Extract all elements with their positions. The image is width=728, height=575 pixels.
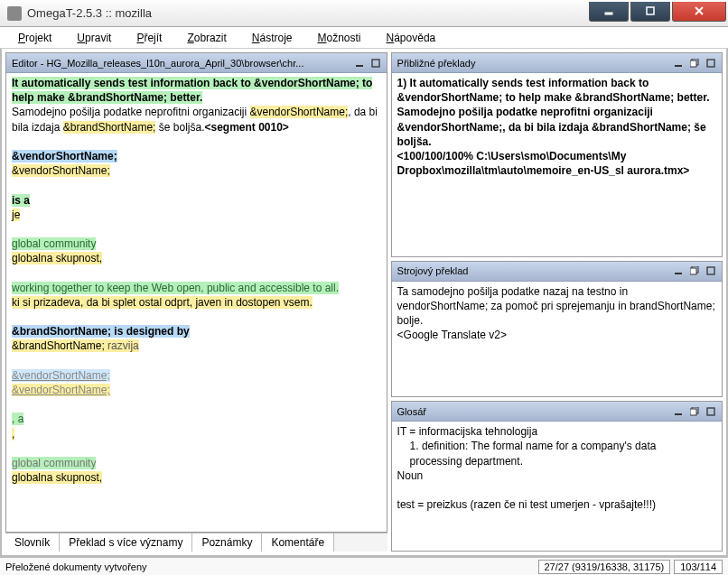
svg-rect-3 <box>372 60 379 67</box>
work-src: working together to keep the Web open, p… <box>12 282 339 294</box>
app-icon <box>7 6 22 21</box>
glossary-body[interactable]: IT = informacijska tehnologija 1. defini… <box>392 422 722 551</box>
menu-prejit[interactable]: Přejít <box>126 29 173 47</box>
var1-trg: &vendorShortName; <box>12 164 110 177</box>
gloss-l2b: processing department. <box>397 454 720 468</box>
window-controls <box>589 5 726 22</box>
status-bar: Přeložené dokumenty vytvořeny 27/27 (931… <box>0 557 728 575</box>
panel-minimize-icon[interactable] <box>352 56 367 70</box>
segment-tag: <segment 0010> <box>204 121 288 134</box>
svg-rect-2 <box>356 65 363 67</box>
var2-trg: &vendorShortName; <box>12 384 110 396</box>
panel-minimize-icon[interactable] <box>671 56 686 70</box>
tab-poznamky[interactable]: Poznámky <box>192 533 262 552</box>
fuzzy-trg: Samodejno pošilja podatke neprofitni org… <box>397 105 720 149</box>
menu-bar: Projekt Upravit Přejít Zobrazit Nástroje… <box>0 27 728 49</box>
tab-preklad-vice[interactable]: Překlad s více významy <box>60 533 192 552</box>
seg-source: It automatically sends test information … <box>12 77 372 104</box>
maximize-button[interactable] <box>630 2 670 22</box>
aux-column: Přibližné překlady 1) It automatically s… <box>391 52 723 552</box>
menu-upravit[interactable]: Upravit <box>66 29 122 47</box>
editor-title: Editor - HG_Mozilla_releases_l10n_aurora… <box>12 58 350 69</box>
comma-trg: , <box>12 428 14 441</box>
seg-target-e: še boljša. <box>155 121 204 134</box>
menu-zobrazit[interactable]: Zobrazit <box>176 29 237 47</box>
svg-rect-4 <box>675 65 682 67</box>
fuzzy-body[interactable]: 1) It automatically sends test informati… <box>392 73 722 256</box>
panel-maximize-icon[interactable] <box>704 56 718 70</box>
status-progress: 103/114 <box>674 560 723 574</box>
window-titlebar: OmegaT-2.5.3 :: mozilla <box>0 0 728 27</box>
seg-target-a: Samodejno pošilja podatke neprofitni org… <box>12 106 250 118</box>
tab-komentare[interactable]: Komentáře <box>262 533 334 552</box>
glossary-title: Glosář <box>397 406 669 417</box>
menu-projekt[interactable]: Projekt <box>7 29 62 47</box>
svg-rect-11 <box>707 267 714 274</box>
isa-trg: je <box>12 209 20 221</box>
panel-minimize-icon[interactable] <box>671 404 686 419</box>
glossary-panel: Glosář IT = informacijska tehnologija 1.… <box>391 401 723 552</box>
gc1-trg: globalna skupnost, <box>12 252 102 264</box>
panel-restore-icon[interactable] <box>687 264 702 278</box>
gloss-l3: Noun <box>397 468 720 483</box>
close-button[interactable] <box>672 2 726 22</box>
window-title: OmegaT-2.5.3 :: mozilla <box>27 6 589 20</box>
mt-text: Ta samodejno pošilja podatke nazaj na te… <box>397 284 720 329</box>
seg-target-d: &brandShortName; <box>63 121 156 134</box>
comma-src: , a <box>12 413 23 425</box>
seg-target-b: &vendorShortName; <box>250 106 349 118</box>
svg-rect-15 <box>707 408 714 415</box>
panel-restore-icon[interactable] <box>687 404 702 419</box>
panel-restore-icon[interactable] <box>687 56 702 70</box>
editor-header[interactable]: Editor - HG_Mozilla_releases_l10n_aurora… <box>6 53 387 73</box>
svg-rect-8 <box>675 273 682 274</box>
panel-maximize-icon[interactable] <box>369 56 383 70</box>
var1-src: &vendorShortName; <box>12 150 117 162</box>
mt-body[interactable]: Ta samodejno pošilja podatke nazaj na te… <box>392 282 722 397</box>
bottom-tabs: Slovník Překlad s více významy Poznámky … <box>5 533 387 552</box>
status-message: Přeložené dokumenty vytvořeny <box>5 561 147 572</box>
gloss-l4: test = preizkus (razen če ni test umerje… <box>397 497 720 512</box>
minimize-button[interactable] <box>589 2 629 22</box>
gc1-src: global community <box>12 237 96 250</box>
fuzzy-src: 1) It automatically sends test informati… <box>397 76 720 105</box>
tab-slovnik[interactable]: Slovník <box>5 533 60 552</box>
fuzzy-meta: <100/100/100% C:\Users\smo\Documents\My … <box>397 149 720 178</box>
brand-trg2: razvija <box>105 339 139 352</box>
brand-src: &brandShortName; is designed by <box>12 325 190 338</box>
fuzzy-title: Přibližné překlady <box>397 58 669 69</box>
editor-panel: Editor - HG_Mozilla_releases_l10n_aurora… <box>5 52 387 533</box>
editor-body[interactable]: It automatically sends test information … <box>6 73 387 532</box>
panel-maximize-icon[interactable] <box>704 404 718 419</box>
gc2-src: global community <box>12 457 96 469</box>
gloss-l1: IT = informacijska tehnologija <box>397 424 720 439</box>
isa-src: is a <box>12 194 30 207</box>
var2-src: &vendorShortName; <box>12 369 110 382</box>
svg-rect-6 <box>690 60 696 67</box>
work-trg: ki si prizadeva, da bi splet ostal odprt… <box>12 296 313 309</box>
mt-engine: <Google Translate v2> <box>397 328 720 342</box>
mt-panel: Strojový překlad Ta samodejno pošilja po… <box>391 261 723 398</box>
fuzzy-panel: Přibližné překlady 1) It automatically s… <box>391 52 723 257</box>
menu-moznosti[interactable]: Možnosti <box>306 29 371 47</box>
panel-maximize-icon[interactable] <box>704 264 718 278</box>
workspace: Editor - HG_Mozilla_releases_l10n_aurora… <box>0 49 728 557</box>
svg-rect-0 <box>605 13 612 14</box>
svg-rect-1 <box>647 7 654 14</box>
svg-rect-10 <box>690 268 696 274</box>
panel-minimize-icon[interactable] <box>671 264 686 278</box>
mt-title: Strojový překlad <box>397 265 669 276</box>
brand-trg1: &brandShortName; <box>12 339 105 352</box>
status-counts: 27/27 (9319/16338, 31175) <box>538 560 671 574</box>
svg-rect-14 <box>690 409 696 415</box>
mt-header[interactable]: Strojový překlad <box>392 262 722 282</box>
glossary-header[interactable]: Glosář <box>392 402 722 422</box>
svg-rect-7 <box>707 60 714 67</box>
svg-rect-12 <box>675 413 682 415</box>
menu-nastroje[interactable]: Nástroje <box>241 29 303 47</box>
editor-column: Editor - HG_Mozilla_releases_l10n_aurora… <box>5 52 387 552</box>
menu-napoveda[interactable]: Nápověda <box>376 29 447 47</box>
fuzzy-header[interactable]: Přibližné překlady <box>392 53 722 73</box>
gc2-trg: globalna skupnost, <box>12 471 102 484</box>
gloss-l2a: 1. definition: The formal name for a com… <box>397 439 720 453</box>
